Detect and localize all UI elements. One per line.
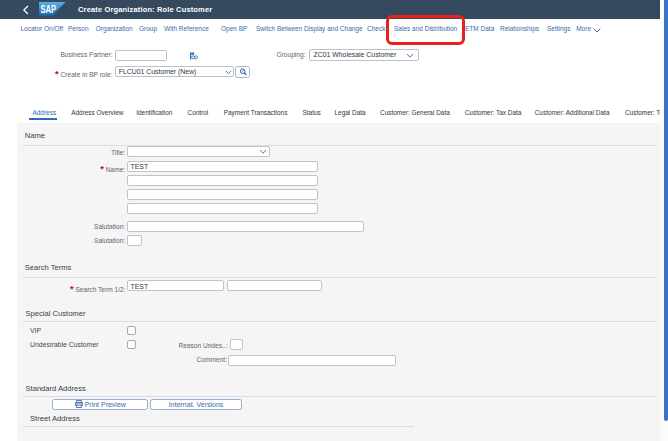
svg-text:SAP: SAP — [40, 3, 56, 15]
